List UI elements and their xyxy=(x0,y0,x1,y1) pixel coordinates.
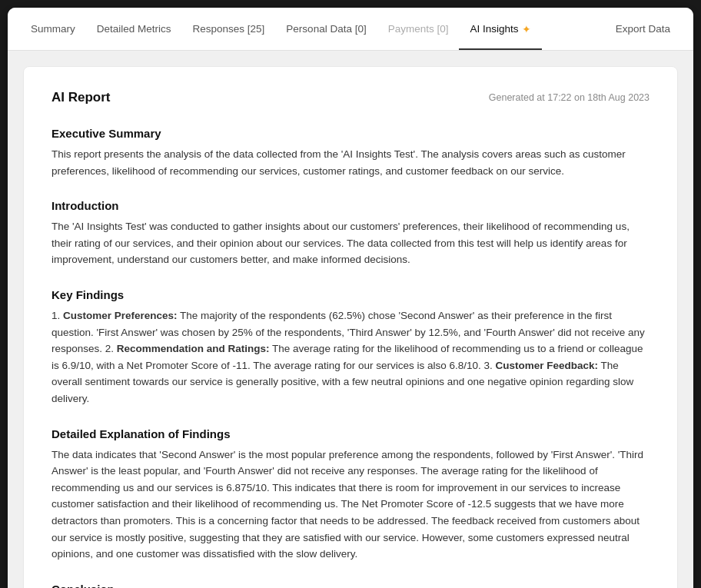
introduction-body: The 'AI Insights Test' was conducted to … xyxy=(51,218,650,268)
tab-payments-label: Payments [0] xyxy=(388,23,449,35)
app-window: Summary Detailed Metrics Responses [25] … xyxy=(8,8,693,588)
detailed-explanation-body: The data indicates that 'Second Answer' … xyxy=(51,447,650,563)
tab-payments: Payments [0] xyxy=(377,8,460,50)
executive-summary-heading: Executive Summary xyxy=(51,127,650,140)
tab-personal-data-label: Personal Data [0] xyxy=(286,23,366,35)
section-conclusion: Conclusion xyxy=(51,583,650,588)
section-detailed-explanation: Detailed Explanation of Findings The dat… xyxy=(51,427,650,563)
report-title: AI Report xyxy=(51,90,111,105)
tab-summary-label: Summary xyxy=(31,23,75,35)
introduction-heading: Introduction xyxy=(51,199,650,212)
ai-star-icon: ✦ xyxy=(522,23,531,35)
report-timestamp: Generated at 17:22 on 18th Aug 2023 xyxy=(489,92,650,103)
key-findings-body: 1. Customer Preferences: The majority of… xyxy=(51,307,650,407)
report-card: AI Report Generated at 17:22 on 18th Aug… xyxy=(23,66,678,588)
tab-export-data-label: Export Data xyxy=(616,23,670,35)
section-key-findings: Key Findings 1. Customer Preferences: Th… xyxy=(51,288,650,407)
tab-responses[interactable]: Responses [25] xyxy=(182,8,276,50)
tab-detailed-metrics-label: Detailed Metrics xyxy=(97,23,171,35)
tab-responses-label: Responses [25] xyxy=(193,23,265,35)
tab-personal-data[interactable]: Personal Data [0] xyxy=(275,8,377,50)
detailed-explanation-heading: Detailed Explanation of Findings xyxy=(51,427,650,440)
tab-ai-insights-label: AI Insights xyxy=(470,23,518,35)
tab-summary[interactable]: Summary xyxy=(20,8,86,50)
tab-bar: Summary Detailed Metrics Responses [25] … xyxy=(8,8,693,51)
section-introduction: Introduction The 'AI Insights Test' was … xyxy=(51,199,650,268)
content-area: AI Report Generated at 17:22 on 18th Aug… xyxy=(8,51,693,588)
executive-summary-body: This report presents the analysis of the… xyxy=(51,146,650,179)
conclusion-heading: Conclusion xyxy=(51,583,650,588)
tab-export-data[interactable]: Export Data xyxy=(605,8,681,50)
section-executive-summary: Executive Summary This report presents t… xyxy=(51,127,650,179)
report-header: AI Report Generated at 17:22 on 18th Aug… xyxy=(51,90,650,105)
tab-detailed-metrics[interactable]: Detailed Metrics xyxy=(86,8,182,50)
key-findings-heading: Key Findings xyxy=(51,288,650,301)
tab-ai-insights[interactable]: AI Insights✦ xyxy=(459,8,541,50)
